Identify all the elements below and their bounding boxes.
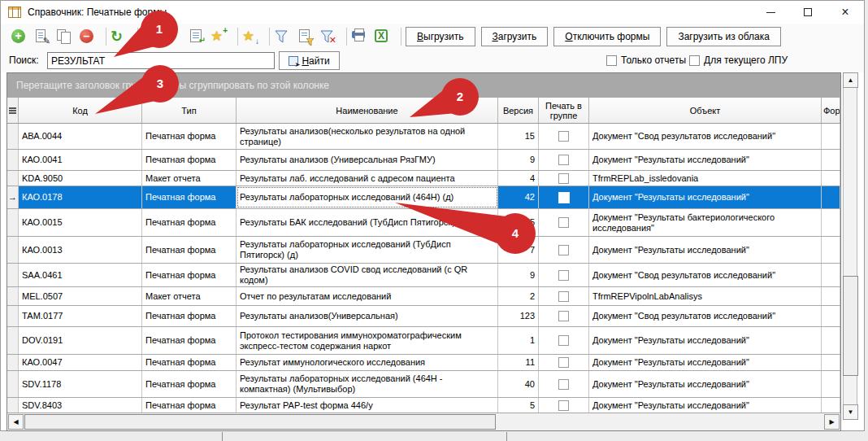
header-format[interactable]: Фор [822, 98, 840, 123]
load-forms-button[interactable]: Загрузить [481, 27, 549, 46]
forms-grid: Перетащите заголовок группы, чтобы сгруп… [7, 72, 841, 431]
maximize-button[interactable] [789, 1, 827, 24]
print-in-group-checkbox[interactable] [558, 131, 569, 142]
load-from-cloud-button[interactable]: Загрузить из облака [666, 27, 781, 46]
print-in-group-checkbox[interactable] [558, 311, 569, 321]
cell-name: Результаты лаб. исследований с адресом п… [237, 171, 498, 186]
table-row[interactable]: DOV.0191 Печатная форма Протокол тестиро… [7, 327, 840, 355]
toolbar-separator [346, 28, 347, 46]
cell-format [822, 398, 840, 413]
cell-name: Результаты анализов(несколько результато… [237, 124, 498, 149]
table-row[interactable]: АВА.0044 Печатная форма Результаты анали… [7, 124, 840, 150]
disable-forms-button[interactable]: Отключить формы [553, 27, 661, 46]
delete-icon[interactable]: – [79, 28, 95, 45]
print-in-group-checkbox[interactable] [558, 173, 569, 184]
maximize-icon [804, 8, 812, 16]
print-in-group-checkbox[interactable] [558, 291, 569, 302]
print-in-group-checkbox[interactable] [558, 270, 569, 281]
row-indicator [7, 327, 19, 354]
vertical-scroll-thumb[interactable] [843, 276, 858, 376]
favorite-add-icon[interactable]: ★+ [210, 28, 227, 45]
print-in-group-checkbox[interactable] [558, 155, 569, 165]
table-row[interactable]: KDA.9050 Макет отчета Результаты лаб. ис… [7, 171, 840, 186]
export-forms-button[interactable]: Выгрузить [406, 27, 475, 46]
cell-code: DOV.0191 [19, 327, 142, 354]
disable-forms-label: Отключить формы [565, 31, 649, 42]
print-in-group-checkbox[interactable] [558, 357, 569, 368]
favorite-export-icon[interactable]: ★↓ [242, 28, 258, 45]
table-row[interactable]: SDV.8403 Печатная форма Результат PAP-te… [7, 398, 840, 413]
scroll-left-button[interactable]: ◀ [8, 414, 24, 430]
cell-object: Документ "Результаты исследований" [589, 237, 822, 263]
scroll-down-button[interactable]: ▼ [843, 404, 858, 420]
window-controls: × [752, 1, 864, 24]
add-icon[interactable]: + [11, 28, 27, 45]
minimize-button[interactable] [752, 1, 789, 24]
cell-code: КАО.0047 [19, 355, 142, 370]
cell-format [822, 287, 840, 305]
header-type[interactable]: Тип [142, 98, 237, 123]
cell-name: Результаты анализов(Универсальная) [237, 306, 498, 326]
copy-icon[interactable] [56, 28, 72, 45]
filter-edit-icon[interactable] [297, 28, 313, 45]
print-in-group-checkbox[interactable] [558, 192, 570, 203]
print-in-group-checkbox[interactable] [558, 245, 569, 255]
header-version[interactable]: Версия [498, 98, 539, 123]
search-input[interactable] [47, 52, 275, 69]
export-excel-icon[interactable]: X [374, 28, 390, 45]
row-indicator [7, 209, 19, 236]
nav-back-icon[interactable]: ← [142, 28, 158, 45]
cell-object: Документ "Результаты бактериологического… [589, 209, 822, 236]
cell-code: КАО.0013 [19, 237, 142, 263]
print-in-group-checkbox[interactable] [558, 379, 569, 390]
print-icon[interactable] [351, 28, 367, 45]
horizontal-scrollbar[interactable]: ◀ ▶ [7, 413, 840, 430]
print-in-group-checkbox[interactable] [558, 400, 569, 411]
table-row[interactable]: SAA.0461 Печатная форма Результаты анали… [7, 264, 840, 287]
table-row[interactable]: ТАМ.0177 Печатная форма Результаты анали… [7, 306, 840, 327]
scroll-right-button[interactable]: ▶ [824, 414, 840, 430]
horizontal-scroll-thumb[interactable] [24, 414, 496, 430]
cell-object: Документ "Результаты исследований" [589, 355, 822, 370]
row-indicator [7, 306, 19, 326]
row-indicator [7, 150, 19, 170]
cell-name: Результаты лабораторных исследований (46… [237, 186, 498, 208]
find-button[interactable]: Найти [279, 51, 340, 70]
search-label: Поиск: [9, 55, 39, 66]
grid-body: АВА.0044 Печатная форма Результаты анали… [7, 124, 840, 413]
group-panel: Перетащите заголовок группы, чтобы сгруп… [7, 73, 840, 98]
header-object[interactable]: Объект [589, 98, 822, 123]
column-chooser-button[interactable] [7, 98, 19, 123]
only-reports-checkbox[interactable]: Только отчеты [606, 55, 686, 66]
table-row[interactable]: КАО.0013 Печатная форма Результаты лабор… [7, 237, 840, 264]
cell-object: TfrmREPLab_issledovania [589, 171, 822, 186]
header-name[interactable]: Наименование [237, 98, 498, 123]
refresh-icon[interactable]: ↻ [111, 28, 127, 45]
scroll-up-button[interactable]: ▲ [843, 72, 858, 88]
header-code[interactable]: Код [19, 98, 142, 123]
filter-clear-icon[interactable]: ✕ [319, 28, 336, 45]
table-row[interactable]: КАО.0041 Печатная форма Результаты анали… [7, 150, 840, 171]
close-button[interactable]: × [827, 1, 864, 24]
cell-code: КАО.0015 [19, 209, 142, 236]
print-in-group-checkbox[interactable] [558, 217, 569, 228]
cell-code: SDV.1178 [19, 371, 142, 397]
cell-name: Результат иммунологического исследования [237, 355, 498, 370]
edit-icon[interactable]: ✎ [33, 28, 50, 45]
vertical-scrollbar[interactable]: ▲ ▼ [843, 72, 857, 420]
table-row[interactable]: MEL.0507 Макет отчета Отчет по результат… [7, 287, 840, 306]
print-in-group-checkbox[interactable] [558, 335, 569, 346]
current-lpu-checkbox[interactable]: Для текущего ЛПУ [689, 55, 788, 66]
table-row[interactable]: SDV.1178 Печатная форма Результаты лабор… [7, 371, 840, 398]
table-row[interactable]: КАО.0015 Печатная форма Результаты БАК и… [7, 209, 840, 237]
filter-icon[interactable] [274, 28, 290, 45]
row-indicator [7, 355, 19, 370]
table-row[interactable]: КАО.0047 Печатная форма Результат иммуно… [7, 355, 840, 371]
header-print-in-group[interactable]: Печать в группе [539, 98, 589, 123]
table-row[interactable]: → КАО.0178 Печатная форма Результаты лаб… [7, 186, 840, 209]
cell-print-in-group [539, 264, 589, 286]
nav-forward-icon[interactable]: → [165, 28, 181, 45]
cell-print-in-group [539, 306, 589, 326]
cell-type: Макет отчета [142, 171, 237, 186]
choose-form-icon[interactable]: ↵ [188, 28, 204, 45]
